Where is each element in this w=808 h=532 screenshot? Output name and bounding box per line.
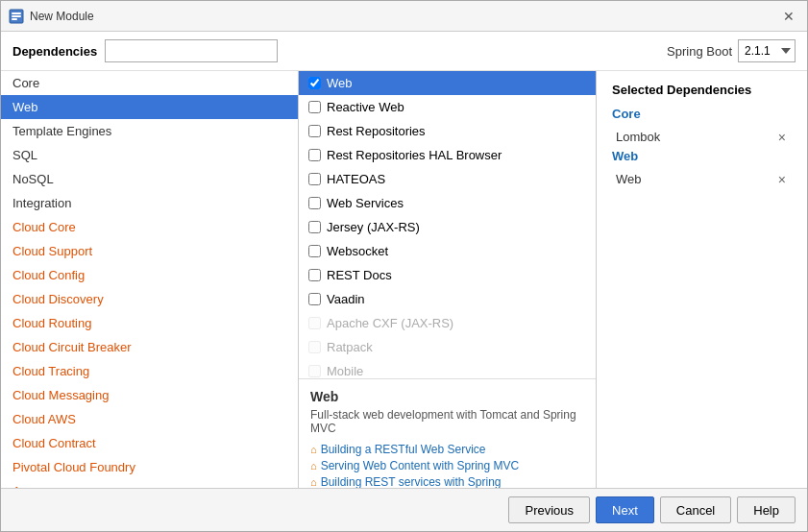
spring-boot-label: Spring Boot <box>667 44 732 59</box>
sidebar-item-core[interactable]: Core <box>1 71 298 95</box>
dep-item-ratpack[interactable]: Ratpack <box>299 335 596 359</box>
sidebar-item-nosql[interactable]: NoSQL <box>1 167 298 191</box>
toolbar: Dependencies Spring Boot 2.1.1 2.0.9 1.5… <box>1 32 807 71</box>
dep-label-reactive-web: Reactive Web <box>327 100 404 114</box>
sidebar-item-cloud-support[interactable]: Cloud Support <box>1 239 298 263</box>
dep-checkbox-mobile[interactable] <box>308 365 321 377</box>
sidebar-item-cloud-messaging[interactable]: Cloud Messaging <box>1 383 298 407</box>
dep-checkbox-rest-repositories-hal[interactable] <box>308 149 321 161</box>
dep-item-websocket[interactable]: Websocket <box>299 239 596 263</box>
cancel-button[interactable]: Cancel <box>660 496 731 523</box>
sidebar-item-web[interactable]: Web <box>1 95 298 119</box>
dep-item-reactive-web[interactable]: Reactive Web <box>299 95 596 119</box>
link-icon: ⌂ <box>310 476 317 488</box>
sidebar-item-azure[interactable]: Azure <box>1 479 298 488</box>
remove-selected-button[interactable]: × <box>776 173 788 186</box>
toolbar-left: Dependencies <box>12 39 278 62</box>
sidebar-item-template-engines[interactable]: Template Engines <box>1 119 298 143</box>
dep-label-hateoas: HATEOAS <box>327 172 385 186</box>
dep-checkbox-hateoas[interactable] <box>308 173 321 185</box>
dep-description-text: Full-stack web development with Tomcat a… <box>310 408 584 435</box>
dependency-list: WebReactive WebRest RepositoriesRest Rep… <box>299 71 596 378</box>
dep-item-rest-repositories[interactable]: Rest Repositories <box>299 119 596 143</box>
dep-checkbox-rest-docs[interactable] <box>308 269 321 281</box>
selected-section-title: Web <box>612 149 792 163</box>
window-title: New Module <box>30 10 778 23</box>
dep-checkbox-rest-repositories[interactable] <box>308 125 321 137</box>
link-icon: ⌂ <box>310 444 317 455</box>
dep-link[interactable]: ⌂Building a RESTful Web Service <box>310 443 584 456</box>
spring-boot-version-select[interactable]: 2.1.1 2.0.9 1.5.20 <box>738 39 796 62</box>
sidebar-item-pivotal-cloud-foundry[interactable]: Pivotal Cloud Foundry <box>1 455 298 479</box>
sidebar-item-cloud-circuit-breaker[interactable]: Cloud Circuit Breaker <box>1 335 298 359</box>
dep-label-apache-cxf: Apache CXF (JAX-RS) <box>327 316 453 330</box>
right-panel: Selected Dependencies CoreLombok×WebWeb× <box>597 71 807 488</box>
dep-item-mobile[interactable]: Mobile <box>299 359 596 378</box>
close-button[interactable]: ✕ <box>778 6 799 27</box>
selected-dependencies-title: Selected Dependencies <box>612 83 792 97</box>
dep-label-mobile: Mobile <box>327 364 363 378</box>
dep-item-apache-cxf[interactable]: Apache CXF (JAX-RS) <box>299 311 596 335</box>
dep-label-rest-repositories-hal: Rest Repositories HAL Browser <box>327 148 502 162</box>
sidebar-item-integration[interactable]: Integration <box>1 191 298 215</box>
sidebar-item-cloud-discovery[interactable]: Cloud Discovery <box>1 287 298 311</box>
dep-item-rest-docs[interactable]: REST Docs <box>299 263 596 287</box>
dep-link-label: Serving Web Content with Spring MVC <box>321 459 520 472</box>
dep-description-title: Web <box>310 389 584 404</box>
selected-item-label: Web <box>616 172 642 186</box>
dep-label-rest-docs: REST Docs <box>327 268 392 282</box>
dep-label-websocket: Websocket <box>327 244 388 258</box>
selected-item-label: Lombok <box>616 130 660 144</box>
dep-item-web-services[interactable]: Web Services <box>299 191 596 215</box>
sidebar-item-cloud-contract[interactable]: Cloud Contract <box>1 431 298 455</box>
window-icon <box>9 9 24 24</box>
previous-button[interactable]: Previous <box>508 496 590 523</box>
dep-label-web-services: Web Services <box>327 196 404 210</box>
remove-selected-button[interactable]: × <box>776 131 788 144</box>
dep-checkbox-apache-cxf[interactable] <box>308 317 321 329</box>
dep-label-jersey: Jersey (JAX-RS) <box>327 220 420 234</box>
dep-checkbox-vaadin[interactable] <box>308 293 321 305</box>
dep-checkbox-web[interactable] <box>308 77 321 89</box>
dep-item-rest-repositories-hal[interactable]: Rest Repositories HAL Browser <box>299 143 596 167</box>
dep-checkbox-jersey[interactable] <box>308 221 321 233</box>
dep-checkbox-websocket[interactable] <box>308 245 321 257</box>
dep-label-vaadin: Vaadin <box>327 292 365 306</box>
dep-checkbox-web-services[interactable] <box>308 197 321 209</box>
dependencies-label: Dependencies <box>12 44 97 59</box>
selected-item: Web× <box>612 169 792 189</box>
dep-label-ratpack: Ratpack <box>327 340 373 354</box>
dep-link-label: Building REST services with Spring <box>321 475 502 488</box>
sidebar-item-cloud-routing[interactable]: Cloud Routing <box>1 311 298 335</box>
link-icon: ⌂ <box>310 460 317 472</box>
dep-label-web: Web <box>327 76 353 90</box>
dep-link[interactable]: ⌂Serving Web Content with Spring MVC <box>310 459 584 472</box>
search-input[interactable] <box>105 39 278 62</box>
dep-checkbox-reactive-web[interactable] <box>308 101 321 113</box>
sidebar-item-cloud-tracing[interactable]: Cloud Tracing <box>1 359 298 383</box>
new-module-window: New Module ✕ Dependencies Spring Boot 2.… <box>0 0 808 532</box>
dep-label-rest-repositories: Rest Repositories <box>327 124 426 138</box>
sidebar-item-sql[interactable]: SQL <box>1 143 298 167</box>
dependency-description: Web Full-stack web development with Tomc… <box>299 378 596 488</box>
sidebar-item-cloud-core[interactable]: Cloud Core <box>1 215 298 239</box>
dep-link-label: Building a RESTful Web Service <box>321 443 486 456</box>
dep-item-vaadin[interactable]: Vaadin <box>299 287 596 311</box>
sidebar-item-cloud-aws[interactable]: Cloud AWS <box>1 407 298 431</box>
dep-checkbox-ratpack[interactable] <box>308 341 321 353</box>
dep-item-hateoas[interactable]: HATEOAS <box>299 167 596 191</box>
svg-rect-1 <box>12 12 21 14</box>
svg-rect-3 <box>12 18 17 20</box>
sidebar-item-cloud-config[interactable]: Cloud Config <box>1 263 298 287</box>
selected-section-title: Core <box>612 107 792 121</box>
dep-link[interactable]: ⌂Building REST services with Spring <box>310 475 584 488</box>
dep-item-jersey[interactable]: Jersey (JAX-RS) <box>299 215 596 239</box>
svg-rect-2 <box>12 15 21 17</box>
middle-panel: WebReactive WebRest RepositoriesRest Rep… <box>299 71 597 488</box>
help-button[interactable]: Help <box>737 496 796 523</box>
dep-item-web[interactable]: Web <box>299 71 596 95</box>
title-bar: New Module ✕ <box>1 1 807 32</box>
next-button[interactable]: Next <box>596 496 654 523</box>
toolbar-right: Spring Boot 2.1.1 2.0.9 1.5.20 <box>667 39 796 62</box>
left-panel: CoreWebTemplate EnginesSQLNoSQLIntegrati… <box>1 71 299 488</box>
